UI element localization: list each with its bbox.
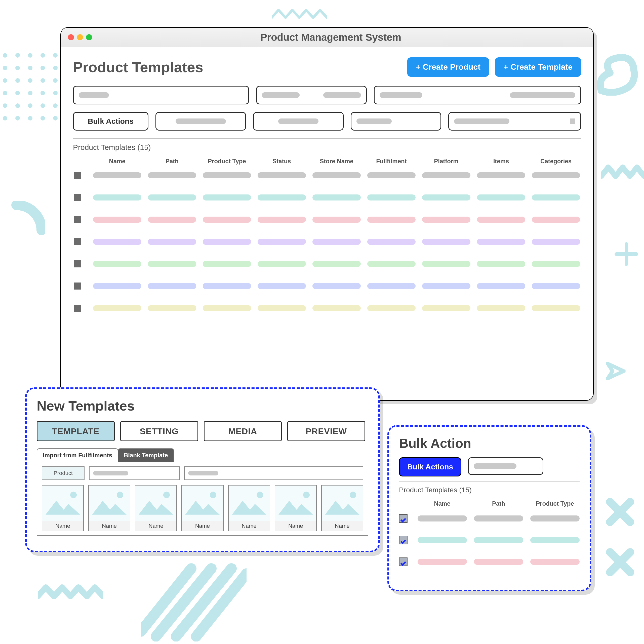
col-store-name: Store Name: [312, 158, 361, 165]
product-thumbnail[interactable]: Name: [321, 485, 363, 531]
svg-point-23: [41, 103, 45, 108]
svg-point-24: [53, 103, 58, 108]
tab-template[interactable]: TEMPLATE: [37, 421, 115, 441]
cell: [93, 194, 141, 200]
create-template-button[interactable]: + Create Template: [495, 57, 581, 77]
bulk-action-title: Bulk Action: [399, 436, 580, 451]
row-checkbox[interactable]: [74, 283, 81, 290]
product-thumbnail[interactable]: Name: [135, 485, 177, 531]
cell: [532, 239, 580, 245]
product-thumbnail[interactable]: Name: [42, 485, 84, 531]
svg-point-20: [3, 103, 7, 108]
svg-point-44: [117, 492, 123, 498]
bulk-row-checkbox[interactable]: [399, 536, 408, 544]
table-row[interactable]: [73, 194, 581, 201]
svg-point-22: [28, 103, 32, 108]
tab-preview[interactable]: PREVIEW: [287, 421, 365, 441]
product-thumbnail[interactable]: Name: [228, 485, 270, 531]
bulk-actions-button[interactable]: Bulk Actions: [73, 112, 148, 131]
cell: [422, 283, 470, 289]
bulk-col-name: Name: [418, 500, 467, 507]
cell: [93, 172, 141, 178]
cell: [418, 559, 467, 565]
cell: [148, 305, 196, 311]
product-thumbnail[interactable]: Name: [275, 485, 317, 531]
svg-point-2: [28, 53, 32, 58]
filter-select-1[interactable]: [155, 112, 246, 131]
window-close-icon[interactable]: [68, 34, 74, 40]
cell: [367, 172, 416, 178]
tab-media[interactable]: MEDIA: [204, 421, 282, 441]
product-thumbnail[interactable]: Name: [181, 485, 223, 531]
filter-group-2[interactable]: [374, 86, 581, 104]
col-categories: Categories: [532, 158, 580, 165]
cell: [258, 194, 306, 200]
svg-point-0: [3, 53, 7, 58]
subtab-import[interactable]: Import from Fullfilments: [37, 448, 118, 462]
filter-select-2[interactable]: [253, 112, 344, 131]
cell: [532, 283, 580, 289]
create-product-button[interactable]: + Create Product: [407, 57, 489, 77]
cell: [312, 261, 361, 267]
table-row[interactable]: [73, 216, 581, 223]
tab-setting[interactable]: SETTING: [120, 421, 198, 441]
cell: [367, 194, 416, 200]
product-search-input[interactable]: [89, 466, 180, 480]
bulk-row-checkbox[interactable]: [399, 557, 408, 566]
svg-marker-45: [139, 501, 173, 514]
row-checkbox[interactable]: [74, 238, 81, 245]
bulk-table-row[interactable]: [399, 514, 580, 523]
search-input[interactable]: [73, 86, 249, 104]
cell: [474, 515, 523, 521]
bulk-col-path: Path: [474, 500, 523, 507]
cell: [418, 537, 467, 543]
cell: [422, 172, 470, 178]
row-checkbox[interactable]: [74, 194, 81, 201]
svg-marker-32: [608, 364, 624, 379]
table-row[interactable]: [73, 238, 581, 245]
product-filter-input[interactable]: [184, 466, 363, 480]
svg-point-3: [41, 53, 45, 58]
table-row[interactable]: [73, 305, 581, 312]
cell: [418, 515, 467, 521]
filter-group-1[interactable]: [256, 86, 367, 104]
cell: [477, 172, 525, 178]
svg-point-1: [15, 53, 20, 58]
filter-select-4[interactable]: [448, 112, 581, 131]
row-checkbox[interactable]: [74, 172, 81, 179]
svg-point-28: [41, 116, 45, 120]
svg-point-5: [3, 66, 7, 70]
svg-point-46: [163, 492, 170, 498]
cell: [258, 305, 306, 311]
bulk-action-popup: Bulk Action Bulk Actions Product Templat…: [387, 425, 591, 591]
cell: [93, 283, 141, 289]
cell: [477, 283, 525, 289]
page-title: Product Templates: [73, 59, 203, 75]
bulk-actions-button-active[interactable]: Bulk Actions: [399, 457, 461, 476]
cell: [148, 261, 196, 267]
bulk-table-row[interactable]: [399, 536, 580, 544]
cell: [203, 283, 251, 289]
product-type-select[interactable]: Product: [42, 466, 85, 480]
table-row[interactable]: [73, 260, 581, 267]
row-checkbox[interactable]: [74, 216, 81, 223]
row-checkbox[interactable]: [74, 260, 81, 267]
product-thumbnail[interactable]: Name: [88, 485, 130, 531]
subtab-blank[interactable]: Blank Template: [118, 448, 174, 462]
row-checkbox[interactable]: [74, 305, 81, 312]
table-row[interactable]: [73, 172, 581, 179]
cell: [148, 172, 196, 178]
col-path: Path: [148, 158, 196, 165]
cell: [422, 305, 470, 311]
bulk-table-row[interactable]: [399, 557, 580, 566]
table-row[interactable]: [73, 283, 581, 290]
bulk-filter-input[interactable]: [468, 457, 543, 475]
cell: [477, 305, 525, 311]
cell: [530, 559, 580, 565]
svg-point-19: [53, 91, 58, 95]
filter-select-3[interactable]: [351, 112, 441, 131]
bulk-row-checkbox[interactable]: [399, 514, 408, 523]
cell: [477, 217, 525, 223]
cell: [203, 194, 251, 200]
svg-point-13: [41, 78, 45, 83]
